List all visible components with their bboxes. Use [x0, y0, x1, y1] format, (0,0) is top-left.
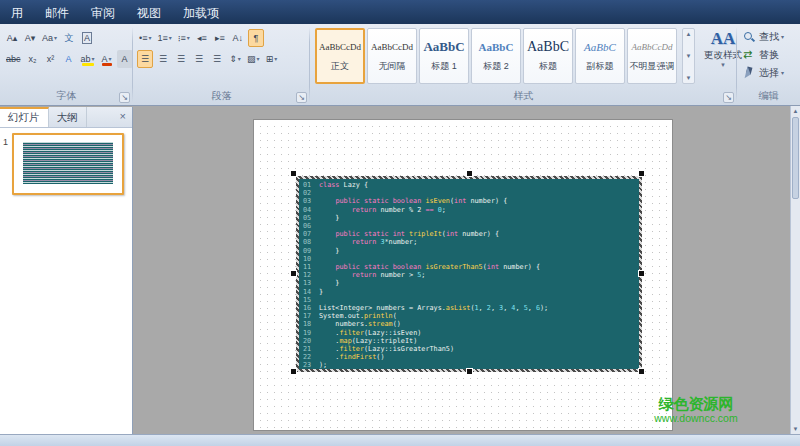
code-line: 05 } [303, 214, 635, 222]
decrease-indent-icon[interactable]: ◂≡ [194, 29, 210, 47]
slide-page[interactable]: 01class Lazy {0203 public static boolean… [253, 119, 673, 431]
selection-handle[interactable] [638, 170, 645, 177]
style-no-spacing[interactable]: AaBbCcDd无间隔 [367, 28, 417, 84]
selection-handle[interactable] [466, 368, 473, 375]
font-row-1: A▴A▾Aa▾文A [3, 28, 96, 47]
align-right-icon[interactable]: ☰ [173, 50, 189, 68]
code-line: 01class Lazy { [303, 181, 635, 189]
watermark-site-url: www.downcc.com [643, 411, 749, 426]
chevron-down-icon: ▾ [781, 69, 784, 76]
multilevel-list-icon[interactable]: ⁝≡▾ [176, 29, 192, 47]
tab-review[interactable]: 审阅 [80, 0, 126, 26]
font-dialog-launcher[interactable]: ↘ [119, 92, 130, 103]
style-subtitle[interactable]: AaBbC副标题 [575, 28, 625, 84]
line-spacing-icon[interactable]: ⇕▾ [227, 50, 243, 68]
gallery-scroll-down-icon[interactable]: ▼ [686, 53, 692, 59]
align-center-icon[interactable]: ☰ [155, 50, 171, 68]
phonetic-guide-icon[interactable]: 文 [61, 29, 77, 47]
panel-tab-slides[interactable]: 幻灯片 [0, 107, 49, 127]
scroll-up-icon[interactable]: ▲ [791, 106, 800, 116]
style-heading2[interactable]: AaBbC标题 2 [471, 28, 521, 84]
ribbon: A▴A▾Aa▾文A abcx₂x²Aab▾A▾A 字体 ↘ •≡▾1≡▾⁝≡▾◂… [0, 24, 800, 106]
editing-item-label: 选择 [759, 66, 779, 80]
selection-handle[interactable] [638, 368, 645, 375]
gallery-scroll: ▲ ▼ ▼ [682, 28, 695, 84]
editing-group: 查找▾替换选择▾ 编辑 [737, 24, 800, 105]
tab-view[interactable]: 视图 [126, 0, 172, 26]
gallery-more-icon[interactable]: ▼ [686, 75, 692, 81]
superscript-icon[interactable]: x² [43, 50, 59, 68]
replace-icon [743, 49, 756, 61]
grow-font-icon[interactable]: A▴ [4, 29, 20, 47]
style-label: 无间隔 [368, 61, 416, 72]
style-title[interactable]: AaBbC标题 [523, 28, 573, 84]
styles-gallery: AaBbCcDd正文AaBbCcDd无间隔AaBbC标题 1AaBbC标题 2A… [315, 28, 679, 84]
scroll-down-icon[interactable]: ▼ [791, 424, 800, 434]
editing-item-label: 替换 [759, 48, 779, 62]
panel-tab-outline[interactable]: 大纲 [49, 107, 87, 127]
style-label: 不明显强调 [628, 61, 676, 72]
strikethrough-icon[interactable]: abc [4, 50, 23, 68]
slide-thumbnail[interactable] [12, 133, 124, 195]
selection-handle[interactable] [290, 368, 297, 375]
style-preview: AaBbCcDd [628, 35, 676, 61]
tab-mailings[interactable]: 邮件 [34, 0, 80, 26]
editing-canvas: 01class Lazy {0203 public static boolean… [133, 106, 800, 434]
chevron-down-icon: ▾ [257, 55, 260, 62]
selection-handle[interactable] [466, 170, 473, 177]
numbering-icon[interactable]: 1≡▾ [155, 29, 173, 47]
align-left-icon[interactable]: ☰ [137, 50, 153, 68]
code-textbox-selection-frame[interactable]: 01class Lazy {0203 public static boolean… [296, 176, 642, 372]
tab-references-partial[interactable]: 用 [0, 0, 34, 26]
chevron-down-icon: ▾ [148, 34, 151, 41]
replace-button[interactable]: 替换 [743, 46, 800, 63]
tab-addins[interactable]: 加载项 [172, 0, 230, 26]
style-preview: AaBbCcDd [368, 35, 416, 61]
code-line: 19 .filter(Lazy::isEven) [303, 329, 635, 337]
vertical-scrollbar[interactable]: ▲ ▼ [790, 106, 800, 434]
code-lines: 01class Lazy {0203 public static boolean… [303, 181, 635, 369]
bullets-icon[interactable]: •≡▾ [137, 29, 153, 47]
gallery-scroll-up-icon[interactable]: ▲ [686, 31, 692, 37]
subscript-icon[interactable]: x₂ [25, 50, 41, 68]
code-line: 08 return 3*number; [303, 238, 635, 246]
increase-indent-icon[interactable]: ▸≡ [212, 29, 228, 47]
scrollbar-thumb[interactable] [792, 117, 799, 199]
selection-handle[interactable] [290, 170, 297, 177]
character-shading-icon[interactable]: A [117, 50, 133, 68]
editing-items: 查找▾替换选择▾ [737, 27, 800, 81]
borders-icon[interactable]: ⊞▾ [264, 50, 280, 68]
sort-icon[interactable]: A↓ [230, 29, 246, 47]
selection-handle[interactable] [290, 270, 297, 277]
text-highlight-icon[interactable]: ab▾ [79, 50, 97, 68]
chevron-down-icon: ▾ [92, 55, 95, 62]
slide-number: 1 [3, 137, 8, 147]
slides-panel: 幻灯片大纲× 1 [0, 107, 133, 434]
code-textbox[interactable]: 01class Lazy {0203 public static boolean… [299, 179, 639, 369]
style-label: 正文 [317, 61, 363, 72]
code-line: 14} [303, 288, 635, 296]
style-heading1[interactable]: AaBbC标题 1 [419, 28, 469, 84]
styles-group-label: 样式 [310, 89, 737, 103]
shrink-font-icon[interactable]: A▾ [22, 29, 38, 47]
style-normal[interactable]: AaBbCcDd正文 [315, 28, 365, 84]
styles-dialog-launcher[interactable]: ↘ [723, 92, 734, 103]
character-border-icon[interactable]: A [79, 29, 95, 47]
slides-panel-tabs: 幻灯片大纲× [0, 107, 132, 128]
select-button[interactable]: 选择▾ [743, 64, 800, 81]
find-icon [743, 31, 756, 43]
find-button[interactable]: 查找▾ [743, 28, 800, 45]
shading-icon[interactable]: ▨▾ [245, 50, 262, 68]
close-panel-icon[interactable]: × [114, 107, 132, 127]
text-effects-icon[interactable]: A [61, 50, 77, 68]
paragraph-dialog-launcher[interactable]: ↘ [296, 92, 307, 103]
justify-icon[interactable]: ☰ [191, 50, 207, 68]
code-line: 15 [303, 296, 635, 304]
selection-handle[interactable] [638, 270, 645, 277]
font-color-icon[interactable]: A▾ [99, 50, 115, 68]
code-line: 18 numbers.stream() [303, 320, 635, 328]
style-subtle-emphasis[interactable]: AaBbCcDd不明显强调 [627, 28, 677, 84]
show-marks-icon[interactable]: ¶ [248, 29, 264, 47]
distribute-icon[interactable]: ☰ [209, 50, 225, 68]
change-case-icon[interactable]: Aa▾ [40, 29, 59, 47]
